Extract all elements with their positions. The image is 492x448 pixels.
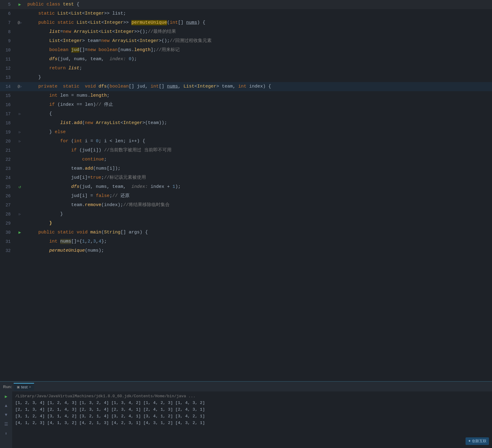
code-content: } <box>26 73 492 82</box>
code-line: 6 static List<List<Integer>> list; <box>0 9 492 18</box>
code-content: if (index == len)// 停止 <box>26 100 492 109</box>
run-label: Run: <box>3 384 12 389</box>
run-tab[interactable]: ▣ test × <box>14 383 34 391</box>
watermark: ✦ 创新互联 <box>466 437 489 445</box>
line-number: 18 <box>0 119 14 128</box>
line-number: 23 <box>0 164 14 173</box>
editor-container: 5▶public class test {6 static List<List<… <box>0 0 492 448</box>
code-line: 32 permuteUnique(nums); <box>0 246 492 255</box>
line-number: 7 <box>0 18 14 27</box>
code-line: 9 List<Integer> team=new ArrayList<Integ… <box>0 36 492 46</box>
line-number: 10 <box>0 46 14 55</box>
code-content: int nums[]={1,2,3,4}; <box>26 237 492 246</box>
code-line: 30▶ public static void main(String[] arg… <box>0 228 492 237</box>
code-content: dfs(jud, nums, team, index: index + 1); <box>26 182 492 191</box>
run-tab-close-btn[interactable]: × <box>29 385 31 389</box>
run-tab-name: test <box>21 385 28 389</box>
code-content: boolean jud[]=new boolean[nums.length];/… <box>26 46 492 55</box>
fold-arrow[interactable]: ▷ <box>19 137 21 146</box>
fold-arrow[interactable]: ▷ <box>20 18 22 27</box>
code-content: permuteUnique(nums); <box>26 246 492 255</box>
code-line: 31 int nums[]={1,2,3,4}; <box>0 237 492 246</box>
line-number: 30 <box>0 228 14 237</box>
fold-arrow[interactable]: ▷ <box>20 82 22 91</box>
code-line: 21 if (jud[i]) //当前数字被用过 当前即不可用 <box>0 146 492 155</box>
line-gutter: ▷ <box>14 137 26 146</box>
code-line: 26 jud[i] = false;// 还原 <box>0 191 492 201</box>
run-result-line: [1, 2, 3, 4] [1, 2, 4, 3] [1, 3, 2, 4] [… <box>15 400 489 406</box>
code-line: 19▷ } else <box>0 128 492 137</box>
code-content: } <box>26 210 492 219</box>
run-sidebar: ▶ ▲ ▼ ☰ ⬇ <box>0 391 12 448</box>
at-marker: @ <box>18 82 20 91</box>
run-gutter-btn[interactable]: ▶ <box>19 228 21 237</box>
code-line: 16 if (index == len)// 停止 <box>0 100 492 109</box>
run-result-line: [2, 1, 3, 4] [2, 1, 4, 3] [2, 3, 1, 4] [… <box>15 406 489 413</box>
line-number: 25 <box>0 182 14 191</box>
code-content: } <box>26 219 492 228</box>
line-number: 26 <box>0 191 14 201</box>
run-gutter-btn[interactable]: ▶ <box>19 0 21 9</box>
line-gutter: ↺ <box>14 182 26 191</box>
run-play-btn[interactable]: ▶ <box>4 393 8 400</box>
code-line: 25↺ dfs(jud, nums, team, index: index + … <box>0 182 492 191</box>
run-down-btn[interactable]: ▼ <box>4 412 8 418</box>
line-number: 32 <box>0 246 14 255</box>
code-line: 15 int len = nums.length; <box>0 91 492 100</box>
code-line: 13 } <box>0 73 492 82</box>
code-content: public class test { <box>26 0 492 9</box>
code-area: 5▶public class test {6 static List<List<… <box>0 0 492 381</box>
line-number: 19 <box>0 128 14 137</box>
code-line: 12 return list; <box>0 64 492 73</box>
run-bottom-btn[interactable]: ⬇ <box>4 430 8 437</box>
code-content: jud[i]=true;//标记该元素被使用 <box>26 173 492 182</box>
code-line: 14@▷ private static void dfs(boolean[] j… <box>0 82 492 91</box>
line-gutter: ▶ <box>14 228 26 237</box>
code-content: } else <box>26 128 492 137</box>
reload-icon[interactable]: ↺ <box>19 182 21 191</box>
code-line: 17▷ { <box>0 109 492 119</box>
line-number: 31 <box>0 237 14 246</box>
line-gutter: ▷ <box>14 128 26 137</box>
line-gutter: @▷ <box>14 82 26 91</box>
code-content: jud[i] = false;// 还原 <box>26 191 492 201</box>
line-number: 16 <box>0 100 14 109</box>
code-content: continue; <box>26 155 492 164</box>
line-number: 21 <box>0 146 14 155</box>
code-line: 23 team.add(nums[i]); <box>0 164 492 173</box>
code-content: for (int i = 0; i < len; i++) { <box>26 137 492 146</box>
line-gutter: @▷ <box>14 18 26 27</box>
fold-arrow[interactable]: ▷ <box>19 128 21 137</box>
code-content: List<Integer> team=new ArrayList<Integer… <box>26 36 492 46</box>
fold-arrow[interactable]: ▷ <box>19 109 21 119</box>
at-marker: @ <box>18 18 20 27</box>
code-content: list.add(new ArrayList<Integer>(team)); <box>26 119 492 128</box>
line-gutter: ▶ <box>14 0 26 9</box>
fold-arrow[interactable]: ▷ <box>19 210 21 219</box>
line-number: 13 <box>0 73 14 82</box>
run-tab-bar: Run: ▣ test × <box>0 382 492 391</box>
code-line: 20▷ for (int i = 0; i < len; i++) { <box>0 137 492 146</box>
run-content: ▶ ▲ ▼ ☰ ⬇ /Library/Java/JavaVirtualMachi… <box>0 391 492 448</box>
run-result-line: [4, 1, 2, 3] [4, 1, 3, 2] [4, 2, 1, 3] [… <box>15 420 489 426</box>
line-number: 5 <box>0 0 14 9</box>
line-number: 20 <box>0 137 14 146</box>
code-content: { <box>26 109 492 119</box>
code-content: if (jud[i]) //当前数字被用过 当前即不可用 <box>26 146 492 155</box>
code-content: int len = nums.length; <box>26 91 492 100</box>
line-number: 6 <box>0 9 14 18</box>
line-number: 17 <box>0 109 14 119</box>
code-content: public static void main(String[] args) { <box>26 228 492 237</box>
code-line: 5▶public class test { <box>0 0 492 9</box>
code-content: static List<List<Integer>> list; <box>26 9 492 18</box>
line-number: 8 <box>0 27 14 36</box>
run-menu-btn[interactable]: ☰ <box>3 421 9 428</box>
run-panel: Run: ▣ test × ▶ ▲ ▼ ☰ ⬇ /Library/Java/Ja… <box>0 381 492 448</box>
line-number: 9 <box>0 36 14 46</box>
line-number: 11 <box>0 55 14 64</box>
run-up-btn[interactable]: ▲ <box>4 402 8 409</box>
code-line: 18 list.add(new ArrayList<Integer>(team)… <box>0 119 492 128</box>
code-content: dfs(jud, nums, team, index: 0); <box>26 55 492 64</box>
line-number: 27 <box>0 201 14 210</box>
code-line: 7@▷ public static List<List<Integer>> pe… <box>0 18 492 27</box>
